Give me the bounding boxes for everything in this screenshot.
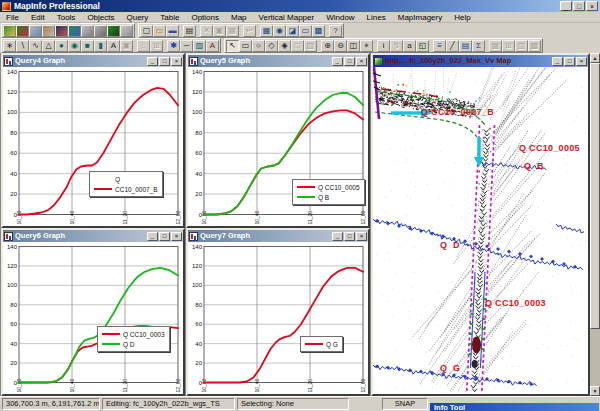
minimize-button[interactable]: _ xyxy=(552,57,563,66)
graph-window-titlebar[interactable]: Query7 Graph _ □ × xyxy=(188,230,368,242)
symbol-style-icon[interactable]: ✱ xyxy=(167,40,180,52)
new-layout-icon[interactable]: ▭ xyxy=(299,25,312,37)
polyline-tool-icon[interactable]: ∿ xyxy=(29,40,42,52)
hotlink-tool-icon[interactable]: ↯ xyxy=(390,40,403,52)
map-window-titlebar[interactable]: tmp.....fc_100y2h_022_Max_Vv Map _ □ × xyxy=(373,55,588,67)
menu-item-lines[interactable]: Lines xyxy=(361,12,392,22)
cut-icon[interactable]: ✕ xyxy=(200,25,213,37)
label-tool-icon[interactable]: a xyxy=(403,40,416,52)
rounded-rectangle-tool-icon[interactable]: ▮ xyxy=(94,40,107,52)
frame-tool-icon[interactable]: ▣ xyxy=(120,40,133,52)
polygon-select-tool-icon[interactable]: ◇ xyxy=(265,40,278,52)
menu-item-window[interactable]: Window xyxy=(320,12,360,22)
maximize-button[interactable]: □ xyxy=(344,57,355,66)
circle-tool-icon[interactable]: ◉ xyxy=(68,40,81,52)
menu-item-options[interactable]: Options xyxy=(185,12,225,22)
scroll-down-icon[interactable]: ▼ xyxy=(590,386,600,396)
reshape-tool-icon[interactable]: ◌ xyxy=(137,40,150,52)
help-icon[interactable]: ? xyxy=(329,25,342,37)
undo-icon[interactable]: ↩ xyxy=(243,25,256,37)
minimize-button[interactable]: _ xyxy=(147,57,158,66)
vm-grid-view-icon[interactable] xyxy=(68,25,81,37)
menu-item-query[interactable]: Query xyxy=(121,12,155,22)
app-maximize-button[interactable]: □ xyxy=(573,1,585,11)
clip-region-icon[interactable]: ▩ xyxy=(528,40,541,52)
menu-item-table[interactable]: Table xyxy=(154,12,185,22)
scrollbar-thumb[interactable] xyxy=(590,63,600,329)
menu-item-tools[interactable]: Tools xyxy=(51,12,82,22)
radius-select-tool-icon[interactable]: ○ xyxy=(252,40,265,52)
minimize-button[interactable]: _ xyxy=(332,57,343,66)
menu-item-vertical-mapper[interactable]: Vertical Mapper xyxy=(253,12,321,22)
rectangle-tool-icon[interactable]: ■ xyxy=(81,40,94,52)
new-grapher-icon[interactable]: ◪ xyxy=(286,25,299,37)
app-titlebar[interactable]: MapInfo Professional _ □ × xyxy=(0,0,600,12)
app-close-button[interactable]: × xyxy=(586,1,598,11)
menu-item-help[interactable]: Help xyxy=(448,12,476,22)
select-tool-icon[interactable]: ↖ xyxy=(226,40,239,52)
status-snap-toggle[interactable]: SNAP xyxy=(382,398,428,410)
map-canvas-area[interactable]: Q CC10_0007_BQ CC10_0005Q BQ DQ CC10_000… xyxy=(373,67,588,394)
district-browser-icon[interactable]: ▥ xyxy=(515,40,528,52)
minimize-button[interactable]: _ xyxy=(332,232,343,241)
info-tool-window[interactable]: Info Tool xyxy=(429,402,600,411)
vm-grid-trim-icon[interactable] xyxy=(81,25,94,37)
graph-select-tool-icon[interactable]: ▧ xyxy=(304,40,317,52)
boundary-select-tool-icon[interactable]: ◈ xyxy=(278,40,291,52)
text-style-icon[interactable]: A xyxy=(206,40,219,52)
menu-item-objects[interactable]: Objects xyxy=(81,12,120,22)
menu-item-map[interactable]: Map xyxy=(225,12,253,22)
marquee-select-tool-icon[interactable]: ▭ xyxy=(239,40,252,52)
symbol-tool-icon[interactable]: ∗ xyxy=(3,40,16,52)
unselect-all-icon[interactable]: □ xyxy=(291,40,304,52)
set-target-district-icon[interactable]: ▦ xyxy=(489,40,502,52)
app-minimize-button[interactable]: _ xyxy=(560,1,572,11)
new-browser-icon[interactable]: ▦ xyxy=(260,25,273,37)
region-style-icon[interactable]: ▨ xyxy=(193,40,206,52)
add-node-tool-icon[interactable]: ⊞ xyxy=(150,40,163,52)
menu-item-edit[interactable]: Edit xyxy=(25,12,51,22)
polygon-tool-icon[interactable]: △ xyxy=(42,40,55,52)
print-icon[interactable]: ▤ xyxy=(183,25,196,37)
graph-window-titlebar[interactable]: Query5 Graph _ □ × xyxy=(188,55,368,67)
text-tool-icon[interactable]: A xyxy=(107,40,120,52)
vertical-scrollbar[interactable]: ▲ ▼ xyxy=(590,53,600,396)
menu-item-file[interactable]: File xyxy=(0,12,25,22)
ellipse-tool-icon[interactable]: ● xyxy=(55,40,68,52)
show-theme-legend-icon[interactable]: ▤ xyxy=(459,40,472,52)
info-tool-icon[interactable]: i xyxy=(377,40,390,52)
zoom-out-tool-icon[interactable]: ⊖ xyxy=(334,40,347,52)
menu-item-mapimagery[interactable]: MapImagery xyxy=(392,12,448,22)
vm-grid-translate-icon[interactable] xyxy=(94,25,107,37)
vm-region-inspection-icon[interactable] xyxy=(42,25,55,37)
add-to-district-icon[interactable]: ⊞ xyxy=(502,40,515,52)
maximize-button[interactable]: □ xyxy=(159,57,170,66)
maximize-button[interactable]: □ xyxy=(564,57,575,66)
vm-point-inspection-icon[interactable] xyxy=(29,25,42,37)
change-view-icon[interactable]: ◫ xyxy=(347,40,360,52)
line-style-icon[interactable]: ─ xyxy=(180,40,193,52)
new-redistricter-icon[interactable]: ▩ xyxy=(312,25,325,37)
save-table-icon[interactable]: ▬ xyxy=(166,25,179,37)
zoom-in-tool-icon[interactable]: ⊕ xyxy=(321,40,334,52)
vm-grid-manager-icon[interactable] xyxy=(16,25,29,37)
grabber-tool-icon[interactable]: ⌖ xyxy=(360,40,373,52)
new-table-icon[interactable]: ▢ xyxy=(140,25,153,37)
open-table-icon[interactable]: ▭ xyxy=(153,25,166,37)
maximize-button[interactable]: □ xyxy=(344,232,355,241)
vm-cross-section-icon[interactable] xyxy=(55,25,68,37)
maximize-button[interactable]: □ xyxy=(159,232,170,241)
close-button[interactable]: × xyxy=(171,232,182,241)
vm-show-hide-grid-icon[interactable] xyxy=(107,25,120,37)
ruler-tool-icon[interactable]: ╱ xyxy=(446,40,459,52)
minimize-button[interactable]: _ xyxy=(147,232,158,241)
scroll-up-icon[interactable]: ▲ xyxy=(590,53,600,63)
layer-control-icon[interactable]: ≡ xyxy=(433,40,446,52)
close-button[interactable]: × xyxy=(171,57,182,66)
copy-icon[interactable]: ▣ xyxy=(213,25,226,37)
statistics-icon[interactable]: Σ xyxy=(472,40,485,52)
close-button[interactable]: × xyxy=(356,232,367,241)
line-tool-icon[interactable]: ∖ xyxy=(16,40,29,52)
close-button[interactable]: × xyxy=(576,57,587,66)
drag-map-window-icon[interactable]: ◱ xyxy=(416,40,429,52)
